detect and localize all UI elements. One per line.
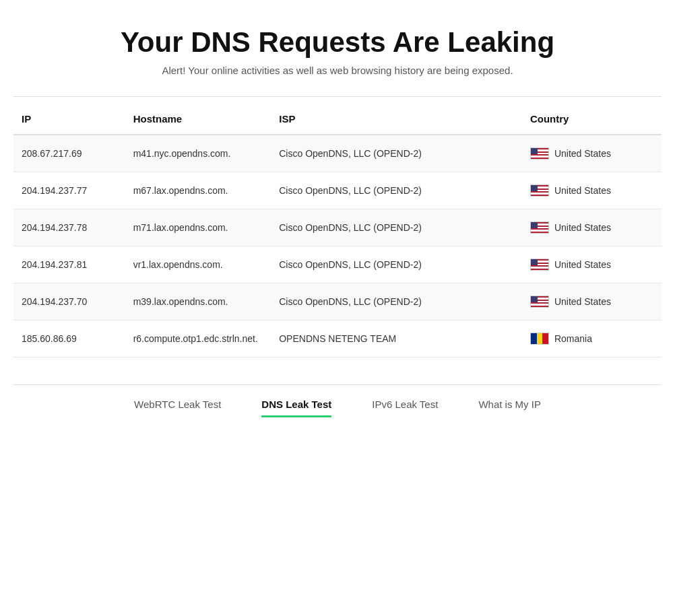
cell-ip: 185.60.86.69	[13, 320, 125, 357]
flag-us-icon	[530, 147, 549, 160]
page-title: Your DNS Requests Are Leaking	[13, 27, 662, 58]
cell-isp: Cisco OpenDNS, LLC (OPEND-2)	[271, 246, 522, 283]
page-header: Your DNS Requests Are Leaking Alert! You…	[13, 27, 662, 97]
country-name: Romania	[554, 333, 592, 344]
cell-isp: Cisco OpenDNS, LLC (OPEND-2)	[271, 283, 522, 320]
cell-hostname: m71.lax.opendns.com.	[125, 209, 271, 246]
table-row: 204.194.237.70m39.lax.opendns.com.Cisco …	[13, 283, 662, 320]
flag-us-icon	[530, 259, 549, 271]
cell-country: United States	[522, 172, 662, 209]
flag-us-icon	[530, 221, 549, 234]
cell-hostname: r6.compute.otp1.edc.strln.net.	[125, 320, 271, 357]
table-row: 204.194.237.77m67.lax.opendns.com.Cisco …	[13, 172, 662, 209]
cell-ip: 204.194.237.77	[13, 172, 125, 209]
cell-isp: Cisco OpenDNS, LLC (OPEND-2)	[271, 209, 522, 246]
flag-ro-icon	[530, 333, 549, 345]
cell-country: United States	[522, 283, 662, 320]
table-row: 204.194.237.81vr1.lax.opendns.com.Cisco …	[13, 246, 662, 283]
cell-country: United States	[522, 209, 662, 246]
cell-country: Romania	[522, 320, 662, 357]
cell-isp: Cisco OpenDNS, LLC (OPEND-2)	[271, 172, 522, 209]
cell-ip: 208.67.217.69	[13, 135, 125, 172]
country-name: United States	[554, 222, 611, 233]
page-subtitle: Alert! Your online activities as well as…	[13, 65, 662, 76]
tab-myip[interactable]: What is My IP	[478, 399, 541, 417]
cell-country: United States	[522, 246, 662, 283]
table-row: 208.67.217.69m41.nyc.opendns.com.Cisco O…	[13, 135, 662, 172]
col-header-hostname: Hostname	[125, 104, 271, 135]
col-header-country: Country	[522, 104, 662, 135]
cell-hostname: vr1.lax.opendns.com.	[125, 246, 271, 283]
country-name: United States	[554, 259, 611, 270]
table-row: 185.60.86.69r6.compute.otp1.edc.strln.ne…	[13, 320, 662, 357]
country-name: United States	[554, 296, 611, 307]
country-name: United States	[554, 148, 611, 159]
tab-webrtc[interactable]: WebRTC Leak Test	[134, 399, 221, 417]
tab-dns[interactable]: DNS Leak Test	[261, 399, 331, 417]
cell-ip: 204.194.237.70	[13, 283, 125, 320]
tab-ipv6[interactable]: IPv6 Leak Test	[372, 399, 438, 417]
cell-country: United States	[522, 135, 662, 172]
cell-ip: 204.194.237.81	[13, 246, 125, 283]
cell-isp: OPENDNS NETENG TEAM	[271, 320, 522, 357]
cell-hostname: m41.nyc.opendns.com.	[125, 135, 271, 172]
table-row: 204.194.237.78m71.lax.opendns.com.Cisco …	[13, 209, 662, 246]
dns-results-table: IP Hostname ISP Country 208.67.217.69m41…	[13, 104, 662, 357]
flag-us-icon	[530, 184, 549, 197]
bottom-navigation: WebRTC Leak Test DNS Leak Test IPv6 Leak…	[13, 384, 662, 417]
flag-us-icon	[530, 296, 549, 308]
country-name: United States	[554, 185, 611, 196]
cell-isp: Cisco OpenDNS, LLC (OPEND-2)	[271, 135, 522, 172]
col-header-ip: IP	[13, 104, 125, 135]
cell-ip: 204.194.237.78	[13, 209, 125, 246]
col-header-isp: ISP	[271, 104, 522, 135]
cell-hostname: m67.lax.opendns.com.	[125, 172, 271, 209]
cell-hostname: m39.lax.opendns.com.	[125, 283, 271, 320]
table-header-row: IP Hostname ISP Country	[13, 104, 662, 135]
